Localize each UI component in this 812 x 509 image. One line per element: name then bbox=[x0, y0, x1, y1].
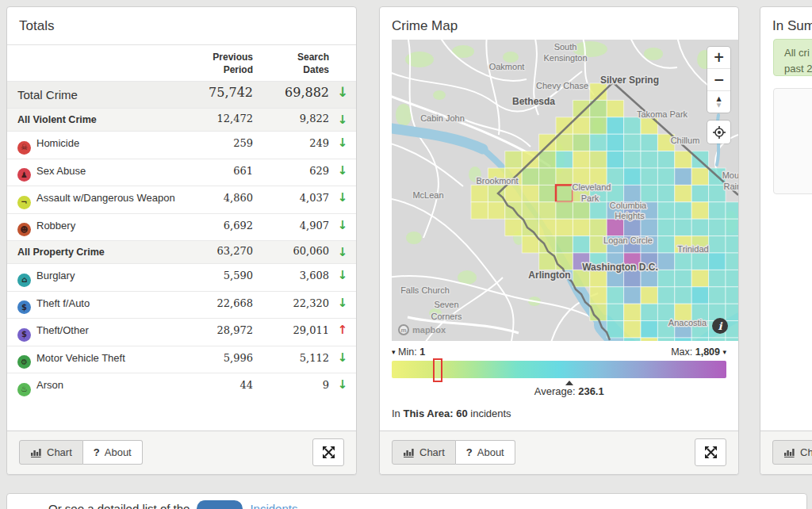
heat-cell[interactable] bbox=[726, 202, 738, 219]
heat-cell[interactable] bbox=[709, 287, 726, 304]
heat-cell[interactable] bbox=[607, 287, 623, 304]
heat-cell[interactable] bbox=[573, 236, 589, 253]
heat-cell[interactable] bbox=[539, 202, 556, 219]
heat-cell[interactable] bbox=[709, 202, 726, 219]
heat-cell[interactable] bbox=[556, 151, 573, 168]
heat-cell[interactable] bbox=[691, 287, 708, 304]
heat-cell[interactable] bbox=[539, 219, 556, 235]
heat-cell[interactable] bbox=[691, 202, 708, 219]
heat-cell[interactable] bbox=[539, 134, 556, 151]
heat-cell[interactable] bbox=[573, 100, 589, 117]
heat-cell[interactable] bbox=[590, 117, 607, 134]
heat-cell[interactable] bbox=[675, 219, 691, 235]
incidents-link[interactable]: Incidents bbox=[250, 502, 297, 509]
heat-cell[interactable] bbox=[607, 321, 623, 338]
heat-cell[interactable] bbox=[522, 151, 538, 168]
heat-cell[interactable] bbox=[641, 168, 657, 185]
mapbox-logo[interactable]: m mapbox bbox=[398, 324, 446, 335]
heat-cell[interactable] bbox=[590, 134, 607, 151]
table-row-theft-other[interactable]: $Theft/Other28,97229,011↑ bbox=[7, 318, 356, 346]
heat-cell[interactable] bbox=[522, 185, 538, 201]
table-row-theft-f-auto[interactable]: $Theft f/Auto22,66822,320↓ bbox=[7, 291, 356, 319]
heat-cell[interactable] bbox=[691, 168, 708, 185]
heat-cell[interactable] bbox=[522, 202, 538, 219]
heat-cell[interactable] bbox=[471, 185, 488, 201]
heat-cell[interactable] bbox=[573, 134, 589, 151]
heat-cell[interactable] bbox=[556, 236, 573, 253]
table-row-arson[interactable]: ♨Arson449↓ bbox=[7, 373, 356, 400]
heat-cell[interactable] bbox=[709, 338, 726, 341]
heat-cell[interactable] bbox=[607, 117, 623, 134]
heat-cell[interactable] bbox=[641, 219, 657, 235]
heat-cell[interactable] bbox=[556, 117, 573, 134]
heat-cell[interactable] bbox=[556, 202, 573, 219]
zoom-out-button[interactable]: − bbox=[707, 69, 730, 91]
table-row-motor-vehicle-theft[interactable]: ⚙Motor Vehicle Theft5,9965,112↓ bbox=[7, 346, 356, 373]
max-dropdown-icon[interactable]: ▾ bbox=[722, 348, 726, 356]
heat-cell[interactable] bbox=[657, 338, 674, 341]
heat-cell[interactable] bbox=[641, 321, 657, 338]
heat-cell[interactable] bbox=[607, 134, 623, 151]
selected-heat-cell[interactable] bbox=[556, 185, 573, 201]
heat-cell[interactable] bbox=[624, 219, 641, 235]
heat-cell[interactable] bbox=[556, 253, 573, 270]
table-row-robbery[interactable]: ☻Robbery6,6924,907↓ bbox=[7, 213, 356, 241]
heat-cell[interactable] bbox=[657, 151, 674, 168]
chart-button[interactable]: Chart bbox=[19, 440, 83, 465]
heat-cell[interactable] bbox=[607, 151, 623, 168]
heat-cell[interactable] bbox=[556, 219, 573, 235]
chart-button[interactable]: Chart bbox=[772, 440, 812, 465]
heat-cell[interactable] bbox=[657, 270, 674, 286]
table-row-total-crime[interactable]: Total Crime75,74269,882↓ bbox=[7, 81, 356, 108]
heat-cell[interactable] bbox=[691, 270, 708, 286]
heat-cell[interactable] bbox=[624, 321, 641, 338]
table-row-all-violent-crime[interactable]: All Violent Crime12,4729,822↓ bbox=[7, 108, 356, 131]
heat-cell[interactable] bbox=[657, 202, 674, 219]
heat-cell[interactable] bbox=[641, 134, 657, 151]
heat-cell[interactable] bbox=[607, 304, 623, 320]
heat-cell[interactable] bbox=[505, 219, 522, 235]
heat-cell[interactable] bbox=[556, 168, 573, 185]
heat-cell[interactable] bbox=[675, 338, 691, 341]
heat-cell[interactable] bbox=[607, 100, 623, 117]
heat-cell[interactable] bbox=[641, 151, 657, 168]
heat-cell[interactable] bbox=[675, 270, 691, 286]
heat-cell[interactable] bbox=[624, 117, 641, 134]
heat-cell[interactable] bbox=[726, 304, 738, 320]
heat-cell[interactable] bbox=[709, 270, 726, 286]
min-dropdown-icon[interactable]: ▾ bbox=[392, 348, 396, 356]
heat-cell[interactable] bbox=[675, 185, 691, 201]
map-canvas[interactable]: SouthKensingtonOakmontChevy ChaseSilver … bbox=[392, 40, 738, 341]
heat-cell[interactable] bbox=[573, 151, 589, 168]
about-button[interactable]: ? About bbox=[456, 440, 515, 465]
heat-cell[interactable] bbox=[726, 236, 738, 253]
heat-cell[interactable] bbox=[641, 304, 657, 320]
zoom-in-button[interactable]: + bbox=[707, 47, 730, 69]
expand-button[interactable] bbox=[695, 438, 726, 466]
heat-cell[interactable] bbox=[522, 168, 538, 185]
heat-cell[interactable] bbox=[691, 338, 708, 341]
map-info-button[interactable]: i bbox=[712, 318, 728, 334]
heat-cell[interactable] bbox=[657, 287, 674, 304]
heat-cell[interactable] bbox=[657, 219, 674, 235]
heat-cell[interactable] bbox=[641, 338, 657, 341]
heat-cell[interactable] bbox=[726, 270, 738, 286]
heat-cell[interactable] bbox=[641, 287, 657, 304]
table-row-all-property-crime[interactable]: All Property Crime63,27060,060↓ bbox=[7, 240, 356, 263]
heat-cell[interactable] bbox=[624, 287, 641, 304]
heat-cell[interactable] bbox=[556, 134, 573, 151]
heat-cell[interactable] bbox=[573, 202, 589, 219]
heat-cell[interactable] bbox=[539, 151, 556, 168]
table-row-assault-w-dangerous-weapon[interactable]: ⌐Assault w/Dangerous Weapon4,8604,037↓ bbox=[7, 186, 356, 213]
chart-button[interactable]: Chart bbox=[392, 440, 456, 465]
heat-cell[interactable] bbox=[675, 202, 691, 219]
heat-cell[interactable] bbox=[624, 151, 641, 168]
heat-cell[interactable] bbox=[691, 185, 708, 201]
heat-cell[interactable] bbox=[505, 185, 522, 201]
heat-cell[interactable] bbox=[675, 151, 691, 168]
heat-cell[interactable] bbox=[488, 185, 504, 201]
legend-range-marker[interactable] bbox=[433, 358, 442, 382]
heat-cell[interactable] bbox=[624, 185, 641, 201]
heat-cell[interactable] bbox=[657, 185, 674, 201]
heat-cell[interactable] bbox=[726, 219, 738, 235]
